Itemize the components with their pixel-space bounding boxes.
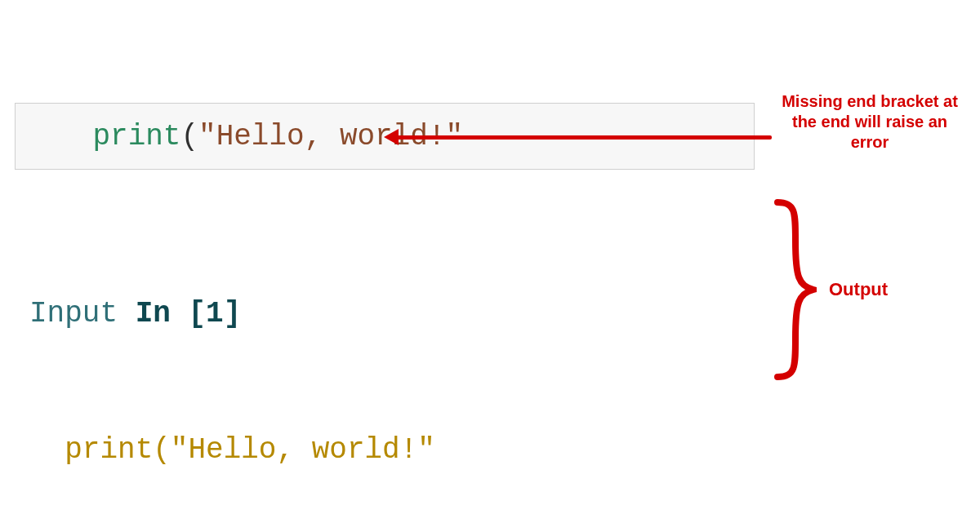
output-in-brackets: In [1] — [136, 297, 242, 330]
output-echo-line: print("Hello, world!" — [29, 428, 612, 473]
token-open-paren: ( — [180, 120, 198, 153]
output-input-header: Input In [1] — [29, 291, 612, 337]
token-function: print — [92, 120, 180, 153]
output-echo-indent — [29, 433, 65, 467]
annotation-missing-bracket: Missing end bracket at the end will rais… — [776, 91, 964, 153]
brace-icon — [768, 196, 817, 383]
annotation-output-label: Output — [829, 279, 888, 300]
output-echo-code: print("Hello, world!" — [65, 433, 435, 467]
output-input-word: Input — [29, 297, 136, 330]
arrow-line-icon — [392, 135, 772, 140]
output-block: Input In [1] print("Hello, world!" ^ Syn… — [29, 200, 612, 514]
annotation-arrow — [384, 129, 772, 145]
